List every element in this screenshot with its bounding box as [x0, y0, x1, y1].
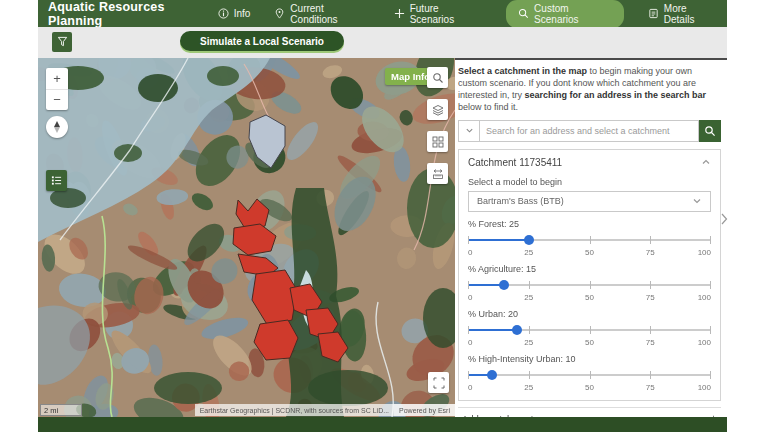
- urban-slider-group: % Urban: 20 0255075100: [468, 309, 711, 347]
- main-area: + − Map Info: [38, 58, 727, 417]
- slider-tick-labels: 0255075100: [468, 338, 711, 347]
- slider-handle[interactable]: [487, 370, 497, 380]
- nav-item-future-scenarios[interactable]: Future Scenarios: [394, 3, 482, 25]
- attribution-text: Earthstar Geographics | SCDNR, with sour…: [195, 404, 394, 416]
- compass-needle-icon: [51, 120, 63, 134]
- slider-label: % Urban: 20: [468, 309, 711, 319]
- nav-item-current-conditions[interactable]: Current Conditions: [274, 3, 369, 25]
- app-title: Aquatic Resources Planning: [48, 0, 218, 28]
- collapse-chevron-up-icon[interactable]: [701, 157, 711, 167]
- search-icon: [518, 8, 529, 19]
- forest-slider-group: % Forest: 25 0255075100: [468, 219, 711, 257]
- map-canvas: [38, 58, 455, 417]
- slider-tick-labels: 0255075100: [468, 248, 711, 257]
- instructions-text: Select a catchment in the map to begin m…: [458, 66, 721, 114]
- high-intensity-urban-slider-group: % High-Intensity Urban: 10 0255075100: [468, 354, 711, 392]
- panel-collapse-handle[interactable]: [719, 212, 729, 230]
- extent-corners-icon: [433, 377, 445, 389]
- catchment-card: Catchment 11735411 Select a model to beg…: [458, 149, 721, 401]
- search-input[interactable]: [480, 120, 699, 142]
- sub-toolbar: Simulate a Local Scenario: [38, 27, 727, 58]
- basemap-button[interactable]: [427, 131, 448, 152]
- plus-icon: [394, 8, 405, 19]
- agriculture-slider[interactable]: [468, 279, 711, 291]
- search-icon: [704, 125, 716, 137]
- nav-item-info[interactable]: Info: [218, 8, 251, 19]
- slider-handle[interactable]: [512, 325, 522, 335]
- search-source-dropdown[interactable]: [458, 120, 480, 142]
- default-extent-button[interactable]: [428, 372, 449, 393]
- nav-item-label: Current Conditions: [290, 3, 369, 25]
- chevron-down-icon: [465, 126, 474, 135]
- filter-button[interactable]: [52, 32, 72, 52]
- search-icon: [432, 72, 444, 84]
- address-search-bar: [458, 120, 721, 142]
- scenario-panel: Select a catchment in the map to begin m…: [455, 58, 727, 417]
- footer-bar: [38, 417, 727, 432]
- slider-label: % Forest: 25: [468, 219, 711, 229]
- slider-handle[interactable]: [524, 235, 534, 245]
- model-select[interactable]: Bartram's Bass (BTB): [468, 191, 711, 212]
- high-intensity-urban-slider[interactable]: [468, 369, 711, 381]
- slider-tick-labels: 0255075100: [468, 383, 711, 392]
- basemap-grid-icon: [432, 136, 444, 148]
- info-icon: [218, 8, 229, 19]
- location-pin-icon: [274, 8, 285, 19]
- powered-by-esri: Powered by Esri: [394, 404, 455, 416]
- model-select-value: Bartram's Bass (BTB): [477, 196, 564, 206]
- measure-button[interactable]: [427, 163, 448, 184]
- search-submit-button[interactable]: [699, 120, 721, 142]
- map-search-button[interactable]: [427, 67, 448, 88]
- model-select-label: Select a model to begin: [468, 177, 711, 187]
- zoom-control: + −: [46, 68, 68, 110]
- nav-menu: Info Current Conditions Future Scenarios…: [218, 0, 717, 28]
- legend-button[interactable]: [46, 170, 67, 191]
- nav-item-label: Future Scenarios: [410, 3, 482, 25]
- map-attribution: Earthstar Geographics | SCDNR, with sour…: [195, 404, 455, 416]
- nav-item-custom-scenarios[interactable]: Custom Scenarios: [506, 0, 624, 28]
- urban-slider[interactable]: [468, 324, 711, 336]
- zoom-in-button[interactable]: +: [46, 68, 68, 90]
- funnel-icon: [57, 33, 68, 51]
- simulate-scenario-button[interactable]: Simulate a Local Scenario: [180, 31, 344, 51]
- layers-button[interactable]: [427, 99, 448, 120]
- map-view[interactable]: + − Map Info: [38, 58, 455, 417]
- agriculture-slider-group: % Agriculture: 15 0255075100: [468, 264, 711, 302]
- document-icon: [648, 8, 659, 19]
- nav-item-label: Info: [234, 8, 251, 19]
- app-window: Aquatic Resources Planning Info Current …: [38, 0, 727, 432]
- chevron-down-icon: [692, 196, 702, 206]
- compass-button[interactable]: [46, 116, 68, 138]
- slider-label: % Agriculture: 15: [468, 264, 711, 274]
- forest-slider[interactable]: [468, 234, 711, 246]
- layers-icon: [432, 104, 444, 116]
- slider-tick-labels: 0255075100: [468, 293, 711, 302]
- top-nav-bar: Aquatic Resources Planning Info Current …: [38, 0, 727, 27]
- nav-item-more-details[interactable]: More Details: [648, 3, 717, 25]
- map-scale-bar: 2 mi: [40, 404, 82, 416]
- catchment-title: Catchment 11735411: [468, 157, 562, 168]
- slider-handle[interactable]: [499, 280, 509, 290]
- legend-icon: [51, 175, 62, 186]
- nav-item-label: More Details: [664, 3, 717, 25]
- slider-label: % High-Intensity Urban: 10: [468, 354, 711, 364]
- measure-icon: [432, 168, 444, 180]
- zoom-out-button[interactable]: −: [46, 90, 68, 111]
- nav-item-label: Custom Scenarios: [534, 3, 612, 25]
- chevron-right-icon: [719, 212, 729, 226]
